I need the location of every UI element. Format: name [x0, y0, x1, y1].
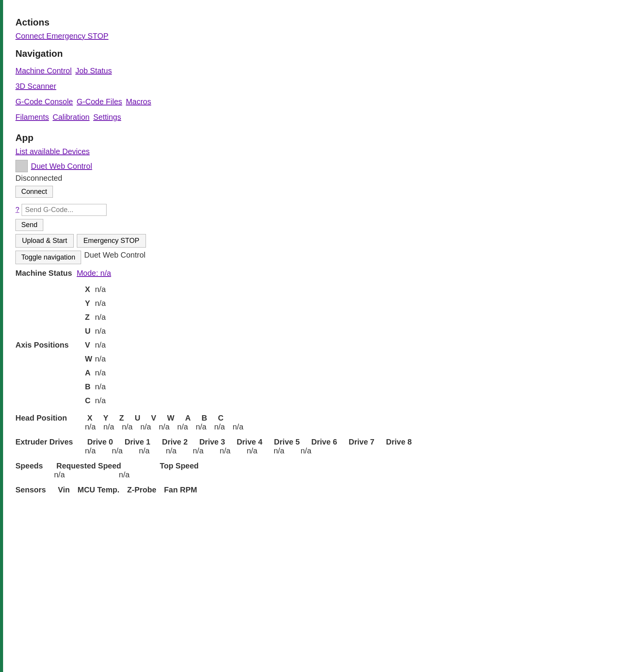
axis-x-value: n/a — [95, 282, 106, 296]
connection-status: Disconnected — [15, 174, 605, 183]
top-speed-header: Top Speed — [160, 462, 199, 470]
extruder-drives-label: Extruder Drives — [15, 438, 85, 446]
axis-u-label: U — [85, 324, 93, 338]
speeds-label: Speeds — [15, 462, 54, 470]
axis-w-label: W — [85, 352, 93, 366]
drive-8-header: Drive 8 — [386, 438, 412, 446]
head-val-b: n/a — [214, 423, 225, 431]
requested-speed-value: n/a — [54, 470, 65, 479]
connect-emergency-stop-link[interactable]: Connect Emergency STOP — [15, 32, 108, 40]
toggle-navigation-button[interactable]: Toggle navigation — [15, 251, 81, 264]
drive-0-val: n/a — [85, 446, 96, 455]
drive-3-header: Drive 3 — [199, 438, 225, 446]
axis-w-value: n/a — [95, 352, 106, 366]
head-val-a: n/a — [196, 423, 207, 431]
brand-text-label: Duet Web Control — [84, 251, 146, 264]
axis-b-label: B — [85, 380, 93, 394]
send-button[interactable]: Send — [15, 219, 43, 231]
sensor-mcu-temp: MCU Temp. — [78, 485, 120, 494]
head-val-v: n/a — [159, 423, 170, 431]
nav-calibration[interactable]: Calibration — [53, 113, 90, 121]
axis-u-value: n/a — [95, 324, 106, 338]
head-val-w: n/a — [177, 423, 188, 431]
axis-a-value: n/a — [95, 366, 106, 380]
axis-y-label: Y — [85, 296, 93, 310]
drive-1-header: Drive 1 — [125, 438, 151, 446]
nav-gcode-console[interactable]: G-Code Console — [15, 97, 73, 106]
gcode-help-link[interactable]: ? — [15, 206, 19, 214]
head-axis-v: V — [151, 414, 156, 423]
axis-positions-label: Axis Positions — [15, 341, 85, 350]
machine-status-label: Machine Status — [15, 269, 72, 278]
actions-title: Actions — [15, 17, 605, 28]
sensor-vin: Vin — [58, 485, 70, 494]
drive-4-val: n/a — [193, 446, 203, 455]
axis-z-value: n/a — [95, 310, 106, 324]
brand-link[interactable]: Duet Web Control — [31, 162, 92, 171]
axis-z-label: Z — [85, 310, 93, 324]
gcode-input[interactable] — [22, 204, 107, 216]
sensor-z-probe: Z-Probe — [127, 485, 156, 494]
drive-headers: Drive 0 Drive 1 Drive 2 Drive 3 Drive 4 … — [87, 438, 412, 446]
nav-3d-scanner[interactable]: 3D Scanner — [15, 82, 56, 90]
head-val-y: n/a — [103, 423, 114, 431]
drive-6-val: n/a — [247, 446, 258, 455]
sensors-label: Sensors — [15, 485, 54, 494]
left-border — [0, 0, 3, 508]
app-title: App — [15, 132, 605, 143]
head-val-c: n/a — [233, 423, 244, 431]
head-position-values: n/a n/a n/a n/a n/a n/a n/a n/a n/a — [85, 423, 605, 431]
speed-values: n/a n/a — [54, 470, 605, 479]
drive-0-header: Drive 0 — [87, 438, 113, 446]
drive-5-val: n/a — [220, 446, 231, 455]
logo-image — [15, 160, 28, 172]
head-val-x: n/a — [85, 423, 96, 431]
nav-job-status[interactable]: Job Status — [75, 66, 112, 75]
head-position-axes: X Y Z U V W A B C — [87, 414, 224, 423]
drive-5-header: Drive 5 — [274, 438, 300, 446]
head-axis-u: U — [135, 414, 140, 423]
nav-macros[interactable]: Macros — [126, 97, 151, 106]
drive-1-val: n/a — [112, 446, 123, 455]
drive-6-header: Drive 6 — [311, 438, 337, 446]
connect-button[interactable]: Connect — [15, 186, 53, 198]
head-axis-w: W — [167, 414, 175, 423]
axis-v-label: V — [85, 338, 93, 352]
nav-filaments[interactable]: Filaments — [15, 113, 49, 121]
speed-col-headers: Requested Speed Top Speed — [56, 462, 199, 470]
drive-2-val: n/a — [139, 446, 150, 455]
drive-values: n/a n/a n/a n/a n/a n/a n/a n/a n/a — [85, 446, 605, 455]
drive-7-header: Drive 7 — [349, 438, 375, 446]
head-position-label: Head Position — [15, 414, 85, 423]
axis-y-value: n/a — [95, 296, 106, 310]
emergency-stop-button[interactable]: Emergency STOP — [77, 234, 146, 248]
drive-7-val: n/a — [274, 446, 285, 455]
drive-2-header: Drive 2 — [162, 438, 188, 446]
requested-speed-header: Requested Speed — [56, 462, 121, 470]
sensor-fan-rpm: Fan RPM — [164, 485, 197, 494]
mode-link[interactable]: Mode: n/a — [77, 269, 111, 278]
axis-c-label: C — [85, 394, 93, 407]
head-axis-x: X — [87, 414, 92, 423]
drive-4-header: Drive 4 — [237, 438, 263, 446]
axis-b-value: n/a — [95, 380, 106, 394]
navigation-title: Navigation — [15, 48, 605, 59]
list-available-devices-link[interactable]: List available Devices — [15, 147, 90, 156]
axis-a-label: A — [85, 366, 93, 380]
drive-8-val: n/a — [301, 446, 312, 455]
head-val-u: n/a — [140, 423, 151, 431]
drive-3-val: n/a — [166, 446, 176, 455]
head-val-z: n/a — [122, 423, 133, 431]
top-speed-value: n/a — [119, 470, 130, 479]
axis-v-value: n/a — [95, 338, 106, 352]
nav-settings[interactable]: Settings — [93, 113, 121, 121]
axis-x-label: X — [85, 282, 93, 296]
head-axis-c: C — [218, 414, 224, 423]
sensor-columns: Vin MCU Temp. Z-Probe Fan RPM — [58, 485, 197, 494]
head-axis-z: Z — [119, 414, 124, 423]
nav-machine-control[interactable]: Machine Control — [15, 66, 72, 75]
upload-start-button[interactable]: Upload & Start — [15, 234, 74, 248]
nav-gcode-files[interactable]: G-Code Files — [77, 97, 122, 106]
head-axis-a: A — [185, 414, 191, 423]
head-axis-b: B — [202, 414, 207, 423]
